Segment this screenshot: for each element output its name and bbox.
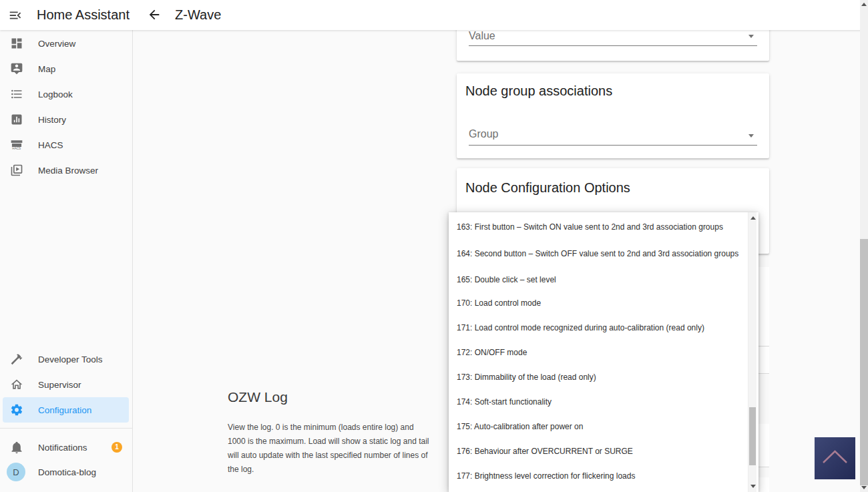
scroll-to-top-button[interactable] [813,437,855,479]
config-option[interactable]: 164: Second button – Switch OFF value se… [449,238,758,269]
back-arrow-icon[interactable] [147,7,162,22]
config-option[interactable]: 176: Behaviour after OVERCURRENT or SURG… [449,439,758,464]
sidebar-item-overview[interactable]: Overview [0,31,132,56]
sidebar-item-label: Configuration [38,405,91,415]
chevron-up-icon [815,437,855,479]
select-label: Value [469,30,757,42]
value-select[interactable]: Value [469,30,757,42]
sidebar-item-supervisor[interactable]: Supervisor [0,372,132,397]
sidebar-item-notifications[interactable]: Notifications 1 [0,435,132,460]
sidebar-item-label: Developer Tools [38,354,103,364]
sidebar-divider [0,428,133,429]
sidebar-item-logbook[interactable]: Logbook [0,81,132,107]
select-label: Group [469,128,757,140]
sidebar-item-hacs[interactable]: HACS HACS [0,132,132,158]
menu-open-icon[interactable] [8,8,23,23]
config-option[interactable]: 177: Brightness level correction for fli… [449,464,758,489]
play-box-multiple-icon [10,164,23,177]
app-title: Home Assistant [37,0,130,30]
page-scrollbar-thumb[interactable] [860,239,868,485]
config-option[interactable]: 174: Soft-start functionality [449,390,758,415]
scroll-down-arrow-icon[interactable] [861,486,867,489]
card-fragment [758,424,769,467]
sidebar-item-label: HACS [38,140,63,150]
config-options-list: 163: First button – Switch ON value sent… [449,212,758,489]
sidebar-item-label: History [38,115,66,125]
page-scrollbar[interactable] [860,0,868,492]
app-bar: Home Assistant Z-Wave [0,0,868,30]
home-assistant-icon [10,378,23,391]
page-title: Z-Wave [175,0,221,30]
sidebar-item-developer-tools[interactable]: Developer Tools [0,346,132,372]
gear-icon [10,403,23,417]
dropdown-scrollbar-thumb[interactable] [749,407,756,465]
config-options-dropdown: 163: First button – Switch ON value sent… [449,212,758,492]
list-bulleted-icon [10,87,23,101]
group-select[interactable]: Group [469,128,757,140]
config-option[interactable]: 173: Dimmability of the load (read only) [449,365,758,390]
config-option[interactable]: 171: Load control mode recognized during… [449,316,758,340]
view-dashboard-icon [10,37,23,50]
ozw-log-title: OZW Log [228,389,288,405]
sidebar-item-label: Supervisor [38,380,81,390]
sidebar-item-profile[interactable]: D Domotica-blog [0,459,132,485]
sidebar-item-label: Map [38,64,55,74]
hacs-store-icon: HACS [10,138,23,152]
select-underline [469,45,757,46]
card-fragment [758,267,769,346]
select-underline [469,145,757,146]
tooltip-account-icon [10,62,23,75]
svg-text:HACS: HACS [12,147,21,150]
scroll-up-arrow-icon[interactable] [750,216,756,220]
chevron-down-icon [748,35,754,38]
hammer-icon [10,352,23,366]
chevron-down-icon [748,134,754,138]
card-title: Node Configuration Options [465,180,630,196]
poll-box-icon [10,113,23,126]
config-option[interactable]: 175: Auto-calibration after power on [449,415,758,439]
sidebar-item-label: Overview [38,39,75,49]
sidebar-item-label: Media Browser [38,166,98,176]
value-card: Value [457,27,769,61]
config-option[interactable]: 172: ON/OFF mode [449,340,758,365]
sidebar: Overview Map Logbook History HACS HACS M… [0,30,133,492]
ozw-log-description: View the log. 0 is the minimum (loads en… [228,421,429,477]
sidebar-item-map[interactable]: Map [0,56,132,81]
bell-icon [10,441,23,454]
card-fragment [758,477,769,492]
sidebar-item-label: Logbook [38,89,73,99]
sidebar-item-label: Notifications [38,443,87,453]
config-option[interactable]: 170: Load control mode [449,291,758,316]
dropdown-scrollbar[interactable] [748,212,756,492]
node-group-associations-card: Node group associations Group [457,73,769,158]
sidebar-item-configuration[interactable]: Configuration [3,397,129,423]
avatar: D [7,463,25,481]
sidebar-item-label: Domotica-blog [38,467,96,477]
card-fragment [758,347,769,374]
config-option[interactable]: 163: First button – Switch ON value sent… [449,216,758,238]
scroll-down-arrow-icon[interactable] [750,485,756,488]
sidebar-item-history[interactable]: History [0,107,132,132]
config-option[interactable]: 165: Double click – set level [449,269,758,291]
scroll-up-arrow-icon[interactable] [861,3,867,6]
notification-badge: 1 [112,442,122,453]
sidebar-item-media-browser[interactable]: Media Browser [0,158,132,183]
card-title: Node group associations [465,83,612,99]
